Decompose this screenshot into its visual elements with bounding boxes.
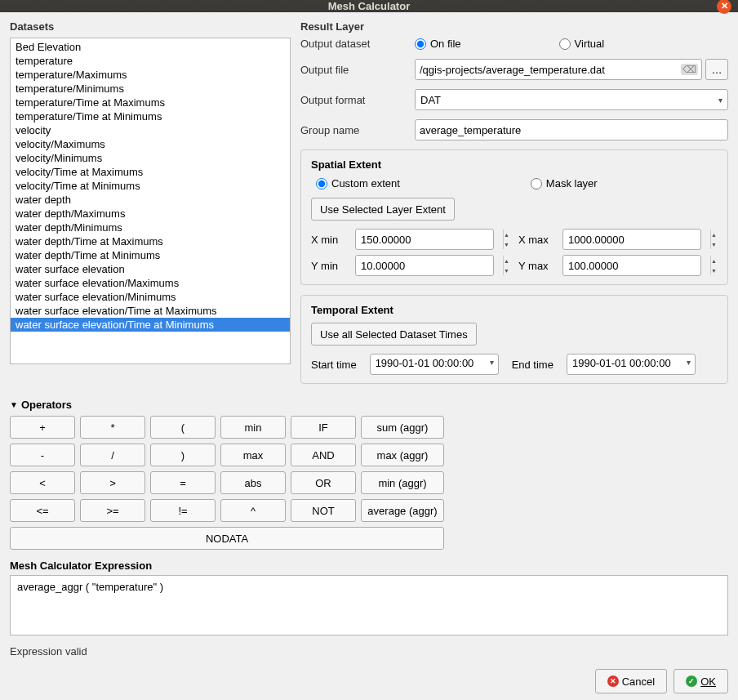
output-format-select[interactable]: DAT (415, 89, 728, 110)
ok-button[interactable]: ✓ OK (674, 669, 728, 693)
dataset-item[interactable]: water depth/Time at Maximums (11, 234, 290, 248)
custom-extent-radio[interactable]: Custom extent (316, 177, 400, 189)
dataset-item[interactable]: water surface elevation (11, 262, 290, 276)
browse-button[interactable]: … (705, 59, 728, 80)
clear-icon[interactable]: ⌫ (681, 64, 698, 75)
ymin-input[interactable]: ▲▼ (355, 255, 494, 276)
operator-button[interactable]: ) (150, 444, 216, 466)
result-layer-label: Result Layer (300, 20, 728, 33)
operator-button[interactable]: >= (80, 499, 145, 522)
spin-down-icon[interactable]: ▼ (504, 265, 509, 275)
dataset-item[interactable]: water surface elevation/Minimums (11, 290, 290, 304)
result-layer-panel: Result Layer Output dataset On file Virt… (300, 20, 728, 390)
on-file-radio[interactable]: On file (415, 38, 461, 50)
output-dataset-label: Output dataset (300, 38, 407, 50)
cancel-icon: ✕ (607, 675, 619, 687)
operator-button[interactable]: < (10, 471, 75, 494)
dataset-item[interactable]: velocity/Time at Minimums (11, 179, 290, 193)
dataset-item[interactable]: water depth (11, 193, 290, 207)
dataset-item[interactable]: velocity/Minimums (11, 151, 290, 165)
dialog-buttons: ✕ Cancel ✓ OK (10, 669, 728, 693)
dataset-item[interactable]: temperature/Minimums (11, 82, 290, 96)
dataset-item[interactable]: velocity/Time at Maximums (11, 165, 290, 179)
dataset-item[interactable]: water depth/Minimums (11, 221, 290, 234)
operator-button[interactable]: sum (aggr) (361, 416, 444, 439)
operator-button[interactable]: / (80, 444, 145, 466)
spin-down-icon[interactable]: ▼ (504, 239, 509, 249)
dataset-item[interactable]: water depth/Time at Minimums (11, 248, 290, 262)
operators-grid: +*(minIFsum (aggr)-/)maxANDmax (aggr)<>=… (10, 416, 728, 550)
dataset-item[interactable]: Bed Elevation (11, 40, 290, 54)
ok-icon: ✓ (686, 675, 697, 687)
datasets-list[interactable]: Bed Elevationtemperaturetemperature/Maxi… (10, 38, 291, 364)
dataset-item[interactable]: temperature/Maximums (11, 68, 290, 82)
operator-button[interactable]: = (150, 471, 216, 494)
operator-button[interactable]: min (220, 416, 286, 439)
operator-button[interactable]: > (80, 471, 145, 494)
spin-up-icon[interactable]: ▲ (711, 256, 717, 265)
dataset-item[interactable]: water surface elevation/Maximums (11, 276, 290, 290)
operator-button[interactable]: max (aggr) (361, 444, 444, 466)
xmax-label: X max (518, 234, 556, 246)
expression-input[interactable]: average_aggr ( "temperature" ) (10, 575, 728, 635)
expression-section: Mesh Calculator Expression average_aggr … (10, 560, 728, 635)
operator-button[interactable]: ( (150, 416, 216, 439)
use-all-dataset-times-button[interactable]: Use all Selected Dataset Times (311, 323, 477, 346)
dataset-item[interactable]: water surface elevation/Time at Minimums (11, 318, 290, 332)
dataset-item[interactable]: water surface elevation/Time at Maximums (11, 304, 290, 318)
start-time-select[interactable]: 1990-01-01 00:00:00 (370, 354, 499, 375)
operators-toggle[interactable]: ▼ Operators (10, 399, 728, 411)
output-format-label: Output format (300, 94, 407, 106)
datasets-label: Datasets (10, 20, 291, 33)
top-row: Datasets Bed Elevationtemperaturetempera… (10, 20, 728, 390)
operator-button[interactable]: OR (291, 471, 356, 494)
xmin-input[interactable]: ▲▼ (355, 229, 494, 250)
operator-nodata-button[interactable]: NODATA (10, 527, 444, 550)
operator-button[interactable]: AND (291, 444, 356, 466)
operator-button[interactable]: + (10, 416, 75, 439)
operator-button[interactable]: <= (10, 499, 75, 522)
spin-up-icon[interactable]: ▲ (504, 230, 509, 239)
operator-button[interactable]: NOT (291, 499, 356, 522)
xmax-input[interactable]: ▲▼ (562, 229, 701, 250)
operator-button[interactable]: * (80, 416, 145, 439)
spatial-extent-label: Spatial Extent (311, 158, 718, 171)
virtual-radio[interactable]: Virtual (559, 38, 605, 50)
close-icon[interactable]: ✕ (717, 0, 731, 14)
dataset-item[interactable]: velocity (11, 123, 290, 137)
operator-button[interactable]: average (aggr) (361, 499, 444, 522)
spin-up-icon[interactable]: ▲ (504, 256, 509, 265)
output-file-input[interactable]: /qgis-projects/average_temperature.dat ⌫ (415, 59, 702, 80)
operator-button[interactable]: abs (220, 471, 286, 494)
operator-button[interactable]: max (220, 444, 286, 466)
operator-button[interactable]: IF (291, 416, 356, 439)
use-selected-layer-extent-button[interactable]: Use Selected Layer Extent (311, 198, 455, 221)
dataset-item[interactable]: water depth/Maximums (11, 207, 290, 221)
ymax-label: Y max (518, 260, 556, 272)
output-format-row: Output format DAT (300, 89, 728, 110)
group-name-label: Group name (300, 124, 407, 136)
temporal-extent-group: Temporal Extent Use all Selected Dataset… (300, 295, 728, 384)
operator-button[interactable]: min (aggr) (361, 471, 444, 494)
chevron-down-icon: ▼ (10, 400, 18, 409)
titlebar: Mesh Calculator ✕ (0, 0, 738, 12)
operator-button[interactable]: != (150, 499, 216, 522)
group-name-input[interactable] (415, 119, 728, 140)
operator-button[interactable]: ^ (220, 499, 286, 522)
mask-layer-radio[interactable]: Mask layer (531, 177, 598, 189)
xmin-label: X min (311, 234, 349, 246)
ymax-input[interactable]: ▲▼ (562, 255, 701, 276)
spin-down-icon[interactable]: ▼ (711, 265, 717, 275)
start-time-label: Start time (311, 359, 357, 371)
dataset-item[interactable]: velocity/Maximums (11, 137, 290, 151)
datasets-panel: Datasets Bed Elevationtemperaturetempera… (10, 20, 291, 390)
cancel-button[interactable]: ✕ Cancel (595, 669, 667, 693)
dataset-item[interactable]: temperature/Time at Minimums (11, 109, 290, 123)
spin-down-icon[interactable]: ▼ (711, 239, 717, 249)
dialog-content: Datasets Bed Elevationtemperaturetempera… (0, 12, 738, 700)
operator-button[interactable]: - (10, 444, 75, 466)
dataset-item[interactable]: temperature/Time at Maximums (11, 96, 290, 109)
end-time-select[interactable]: 1990-01-01 00:00:00 (567, 354, 696, 375)
spin-up-icon[interactable]: ▲ (711, 230, 717, 239)
dataset-item[interactable]: temperature (11, 54, 290, 68)
